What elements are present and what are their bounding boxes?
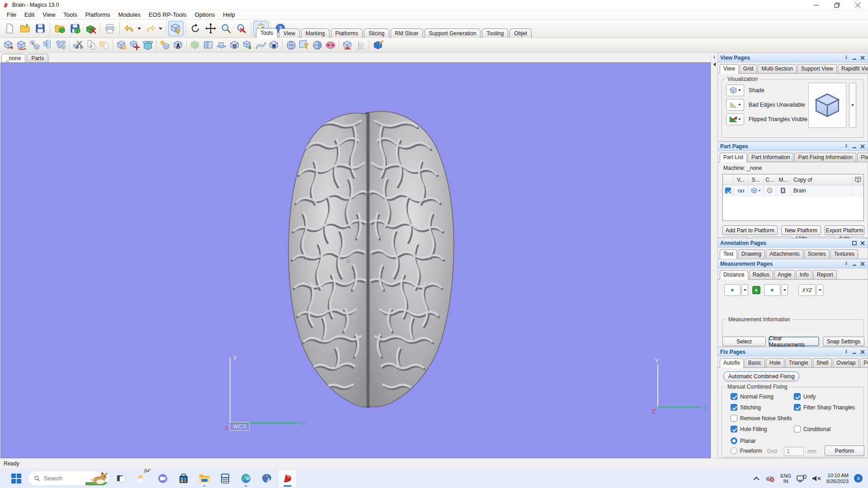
close-panel-icon[interactable]	[860, 261, 865, 267]
rotate-part-icon[interactable]	[15, 39, 28, 52]
tab-point[interactable]: Point	[860, 358, 868, 367]
tab-textures[interactable]: Textures	[830, 249, 858, 258]
punch-hole-icon[interactable]	[228, 39, 241, 52]
unload-part-icon[interactable]	[141, 39, 154, 52]
search-highlight-image[interactable]	[85, 471, 109, 486]
table-options-icon[interactable]	[853, 174, 863, 185]
triangle-filter-icon[interactable]	[297, 39, 311, 52]
bad-edges-button[interactable]	[726, 99, 744, 111]
viewport-3d[interactable]: y x z WCS Y X Z	[0, 62, 711, 458]
viewport-tab-none[interactable]: _none	[1, 54, 25, 62]
duplicate-part-icon[interactable]	[54, 39, 67, 52]
task-view-icon[interactable]	[112, 469, 130, 488]
part-shade-icon[interactable]	[748, 185, 764, 196]
coordinate-system-icon[interactable]	[354, 39, 367, 52]
minimize-panel-icon[interactable]	[852, 144, 857, 149]
pin-icon[interactable]	[844, 143, 849, 149]
menu-modules[interactable]: Modules	[114, 10, 145, 19]
col-view[interactable]: V...	[734, 174, 748, 185]
tab-autofix[interactable]: Autofix	[720, 358, 744, 368]
export-platform-button[interactable]: Export Platform	[825, 225, 864, 235]
minimize-button[interactable]	[806, 0, 826, 10]
network-icon[interactable]	[797, 474, 807, 483]
close-button[interactable]	[847, 0, 868, 10]
normal-fixing-row[interactable]: Normal Fixing	[731, 393, 774, 400]
slice-part-icon[interactable]	[202, 39, 215, 52]
measure-mode-icon[interactable]	[752, 286, 760, 294]
collapse-arrow-icon[interactable]	[712, 62, 717, 66]
tab-triangle[interactable]: Triangle	[785, 358, 812, 367]
measure-point2-dropdown[interactable]	[781, 284, 788, 296]
bend-part-icon[interactable]	[254, 39, 267, 52]
shade-mode-button[interactable]	[726, 84, 744, 96]
menu-eos-rp-tools[interactable]: EOS RP-Tools	[145, 10, 191, 19]
panel-collapse-strip[interactable]	[711, 53, 717, 458]
menu-tools[interactable]: Tools	[59, 10, 81, 19]
menu-edit[interactable]: Edit	[20, 10, 38, 19]
tab-part-list[interactable]: Part List	[720, 153, 747, 162]
menu-platforms[interactable]: Platforms	[81, 10, 114, 19]
tab-scenes[interactable]: Scenes	[804, 249, 830, 258]
microsoft-store-icon[interactable]	[175, 469, 193, 488]
measurement-pages-header[interactable]: Measurement Pages	[718, 259, 868, 268]
minimize-panel-icon[interactable]	[852, 261, 857, 267]
close-panel-icon[interactable]	[860, 144, 865, 149]
freeform-radio[interactable]	[731, 447, 737, 454]
tab-marking[interactable]: Marking	[301, 28, 330, 38]
rescale-part-icon[interactable]	[28, 39, 41, 52]
pan-view-icon[interactable]	[203, 21, 218, 36]
planar-radio[interactable]	[731, 437, 737, 444]
undo-icon[interactable]	[122, 21, 137, 36]
volume-muted-icon[interactable]	[812, 475, 821, 482]
undo-dropdown-icon[interactable]	[137, 28, 141, 30]
language-indicator[interactable]: ENG IN	[780, 473, 791, 484]
cut-triangles-icon[interactable]	[71, 39, 85, 52]
part-type-icon[interactable]	[776, 185, 791, 196]
part-visible-checkbox[interactable]	[725, 188, 731, 193]
zoom-selection-icon[interactable]	[234, 21, 249, 36]
tab-tools[interactable]: Tools	[256, 28, 278, 38]
section-view-icon[interactable]	[311, 39, 324, 52]
tab-view[interactable]: View	[720, 64, 739, 74]
edge-icon[interactable]	[237, 469, 255, 488]
print-icon[interactable]	[102, 21, 118, 36]
col-marking[interactable]: M...	[776, 174, 791, 185]
tab-multi-section[interactable]: Multi-Section	[758, 64, 796, 73]
stitching-row[interactable]: Stitching	[731, 404, 761, 411]
minimize-panel-icon[interactable]	[852, 349, 857, 355]
search-input[interactable]	[44, 475, 85, 482]
calculator-icon[interactable]	[216, 469, 234, 488]
perform-button[interactable]: Perform	[825, 446, 864, 456]
col-shade[interactable]: S...	[748, 174, 764, 185]
part-row-brain[interactable]: Brain	[723, 185, 863, 196]
part-color-icon[interactable]	[764, 185, 776, 196]
shade-preview-dropdown[interactable]	[849, 83, 856, 128]
chat-icon[interactable]	[154, 469, 172, 488]
remove-part-icon[interactable]	[83, 21, 98, 36]
perforation-view-icon[interactable]	[284, 39, 297, 52]
unify-row[interactable]: Unify	[794, 393, 816, 400]
close-panel-icon[interactable]	[860, 240, 865, 246]
fix-pages-header[interactable]: Fix Pages	[718, 347, 868, 357]
part-list-table[interactable]: V... S... C... M... Copy of Brain	[722, 174, 864, 221]
pin-icon[interactable]	[844, 55, 849, 61]
rotate-view-icon[interactable]	[188, 21, 203, 36]
menu-file[interactable]: File	[3, 10, 20, 19]
add-part-to-platform-button[interactable]: Add Part to Platform	[722, 225, 778, 235]
file-explorer-icon[interactable]	[195, 469, 213, 488]
new-document-icon[interactable]	[2, 21, 17, 36]
tab-view[interactable]: View	[279, 28, 300, 38]
menu-view[interactable]: View	[38, 10, 59, 19]
part-name[interactable]: Brain	[791, 185, 853, 196]
tab-hole[interactable]: Hole	[766, 358, 784, 367]
close-panel-icon[interactable]	[860, 349, 865, 355]
tab-radius[interactable]: Radius	[749, 270, 773, 279]
tab-report[interactable]: Report	[813, 270, 837, 279]
tab-angle[interactable]: Angle	[774, 270, 795, 279]
create-part-icon[interactable]	[158, 39, 171, 52]
hole-filling-checkbox[interactable]	[731, 426, 737, 432]
start-button[interactable]	[7, 469, 25, 488]
restore-button[interactable]	[826, 0, 847, 10]
clock[interactable]: 10:10 AM 8/26/2023	[826, 473, 849, 484]
tab-basic[interactable]: Basic	[745, 358, 765, 367]
